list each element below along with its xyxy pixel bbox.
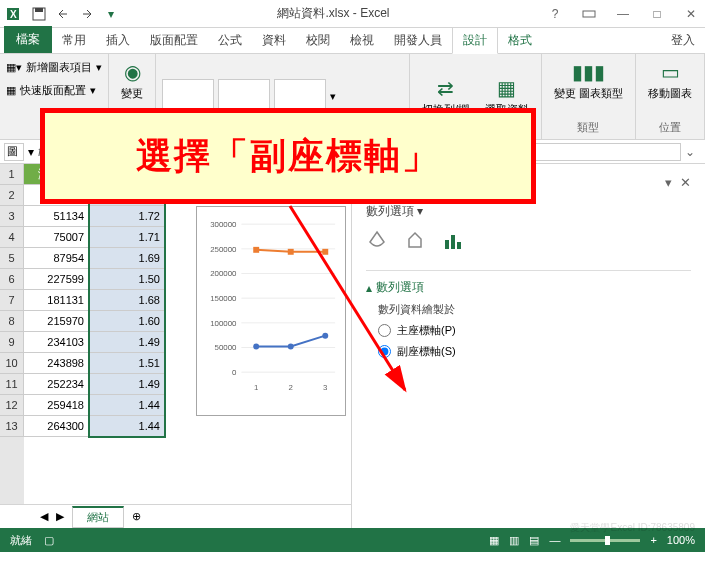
svg-text:X: X bbox=[10, 9, 17, 20]
view-page-break-button[interactable]: ▤ bbox=[529, 534, 539, 547]
cell[interactable]: 1.44 bbox=[89, 416, 165, 437]
cell[interactable]: 259418 bbox=[24, 395, 89, 416]
cell[interactable]: 252234 bbox=[24, 374, 89, 395]
cell[interactable]: 227599 bbox=[24, 269, 89, 290]
quick-layout-button[interactable]: ▦快速版面配置▾ bbox=[6, 81, 96, 100]
macro-record-icon[interactable]: ▢ bbox=[44, 534, 54, 547]
series-options-icon[interactable] bbox=[442, 230, 464, 258]
svg-rect-25 bbox=[253, 247, 259, 253]
cell[interactable]: 87954 bbox=[24, 248, 89, 269]
window-title: 網站資料.xlsx - Excel bbox=[122, 5, 545, 22]
help-button[interactable]: ? bbox=[545, 7, 565, 21]
undo-button[interactable] bbox=[52, 3, 74, 25]
cell[interactable]: 1.44 bbox=[89, 395, 165, 416]
svg-text:100000: 100000 bbox=[210, 319, 237, 328]
add-sheet-button[interactable]: ⊕ bbox=[132, 510, 141, 523]
panel-dropdown-icon[interactable]: ▾ bbox=[665, 175, 672, 190]
row-header[interactable]: 1 bbox=[0, 164, 24, 185]
row-header[interactable]: 9 bbox=[0, 332, 24, 353]
move-chart-icon: ▭ bbox=[661, 60, 680, 84]
cell[interactable]: 264300 bbox=[24, 416, 89, 437]
zoom-out-button[interactable]: — bbox=[549, 534, 560, 546]
cell[interactable]: 1.49 bbox=[89, 374, 165, 395]
row-header[interactable]: 6 bbox=[0, 269, 24, 290]
cell[interactable]: 181131 bbox=[24, 290, 89, 311]
cell[interactable]: 234103 bbox=[24, 332, 89, 353]
row-header[interactable]: 2 bbox=[0, 185, 24, 206]
tab-format[interactable]: 格式 bbox=[498, 28, 542, 53]
sheet-nav-next[interactable]: ▶ bbox=[56, 510, 64, 523]
title-bar: X ▾ 網站資料.xlsx - Excel ? — □ ✕ bbox=[0, 0, 705, 28]
cell[interactable]: 1.68 bbox=[89, 290, 165, 311]
move-chart-button[interactable]: ▭移動圖表 bbox=[642, 58, 698, 103]
quick-layout-icon: ▦ bbox=[6, 84, 16, 97]
qat-dropdown-icon[interactable]: ▾ bbox=[100, 3, 122, 25]
effects-icon[interactable] bbox=[404, 230, 426, 258]
row-header[interactable]: 11 bbox=[0, 374, 24, 395]
view-normal-button[interactable]: ▦ bbox=[489, 534, 499, 547]
tab-view[interactable]: 檢視 bbox=[340, 28, 384, 53]
save-button[interactable] bbox=[28, 3, 50, 25]
change-chart-type-button[interactable]: ▮▮▮變更 圖表類型 bbox=[548, 58, 629, 103]
formula-expand[interactable]: ⌄ bbox=[685, 145, 701, 159]
svg-text:1: 1 bbox=[254, 383, 258, 392]
primary-axis-radio[interactable]: 主座標軸(P) bbox=[378, 323, 691, 338]
redo-button[interactable] bbox=[76, 3, 98, 25]
cell[interactable]: 1.72 bbox=[89, 206, 165, 227]
row-header[interactable]: 4 bbox=[0, 227, 24, 248]
cell[interactable]: 243898 bbox=[24, 353, 89, 374]
row-header[interactable]: 7 bbox=[0, 290, 24, 311]
login-button[interactable]: 登入 bbox=[661, 28, 705, 53]
chart-style-more[interactable]: ▾ bbox=[330, 90, 336, 103]
row-header[interactable]: 5 bbox=[0, 248, 24, 269]
row-header[interactable]: 13 bbox=[0, 416, 24, 437]
cell[interactable]: 215970 bbox=[24, 311, 89, 332]
zoom-level[interactable]: 100% bbox=[667, 534, 695, 546]
close-button[interactable]: ✕ bbox=[681, 7, 701, 21]
name-box-dropdown[interactable]: ▾ bbox=[28, 145, 34, 159]
row-header[interactable]: 12 bbox=[0, 395, 24, 416]
ribbon-collapse-button[interactable] bbox=[579, 7, 599, 21]
minimize-button[interactable]: — bbox=[613, 7, 633, 21]
svg-point-23 bbox=[288, 344, 294, 350]
panel-close-button[interactable]: ✕ bbox=[680, 175, 691, 190]
tab-data[interactable]: 資料 bbox=[252, 28, 296, 53]
row-header[interactable]: 10 bbox=[0, 353, 24, 374]
tab-layout[interactable]: 版面配置 bbox=[140, 28, 208, 53]
cell[interactable]: 1.49 bbox=[89, 332, 165, 353]
tab-home[interactable]: 常用 bbox=[52, 28, 96, 53]
add-chart-element-button[interactable]: ▦▾新增圖表項目▾ bbox=[6, 58, 102, 77]
fill-line-icon[interactable] bbox=[366, 230, 388, 258]
tab-design[interactable]: 設計 bbox=[452, 27, 498, 54]
maximize-button[interactable]: □ bbox=[647, 7, 667, 21]
embedded-chart[interactable]: 300000 250000 200000 150000 100000 50000… bbox=[196, 206, 346, 416]
name-box[interactable] bbox=[4, 143, 24, 161]
tab-developer[interactable]: 開發人員 bbox=[384, 28, 452, 53]
cell[interactable]: 51134 bbox=[24, 206, 89, 227]
tab-review[interactable]: 校閱 bbox=[296, 28, 340, 53]
row-header[interactable]: 8 bbox=[0, 311, 24, 332]
change-colors-button[interactable]: ◉ 變更 bbox=[115, 58, 149, 103]
cell[interactable]: 1.69 bbox=[89, 248, 165, 269]
tab-insert[interactable]: 插入 bbox=[96, 28, 140, 53]
secondary-axis-radio[interactable]: 副座標軸(S) bbox=[378, 344, 691, 359]
colors-icon: ◉ bbox=[124, 60, 141, 84]
tab-formulas[interactable]: 公式 bbox=[208, 28, 252, 53]
ribbon-group-type: ▮▮▮變更 圖表類型 類型 bbox=[542, 54, 636, 139]
zoom-in-button[interactable]: + bbox=[650, 534, 656, 546]
zoom-slider[interactable] bbox=[570, 539, 640, 542]
cell[interactable]: 1.60 bbox=[89, 311, 165, 332]
svg-point-24 bbox=[322, 333, 328, 339]
sheet-tab-active[interactable]: 網站 bbox=[72, 506, 124, 528]
sheet-nav-prev[interactable]: ◀ bbox=[40, 510, 48, 523]
collapse-icon[interactable]: ▴ bbox=[366, 281, 372, 295]
cell[interactable]: 1.50 bbox=[89, 269, 165, 290]
row-header[interactable]: 3 bbox=[0, 206, 24, 227]
series-options-dropdown[interactable]: 數列選項 ▾ bbox=[366, 203, 691, 220]
view-page-layout-button[interactable]: ▥ bbox=[509, 534, 519, 547]
tab-file[interactable]: 檔案 bbox=[4, 26, 52, 53]
svg-rect-3 bbox=[35, 8, 43, 12]
cell[interactable]: 75007 bbox=[24, 227, 89, 248]
cell[interactable]: 1.71 bbox=[89, 227, 165, 248]
cell[interactable]: 1.51 bbox=[89, 353, 165, 374]
